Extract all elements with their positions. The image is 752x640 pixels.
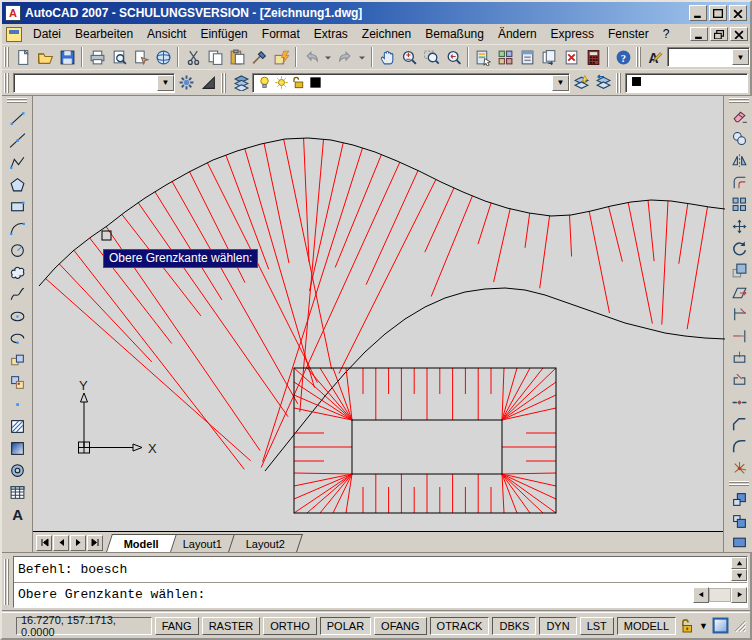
workspace-combo[interactable]: ▼ [13, 73, 175, 93]
cut-button[interactable] [182, 46, 204, 68]
tab-last-button[interactable] [87, 535, 103, 551]
undo-arrow-button[interactable] [322, 46, 334, 68]
redo-arrow-button[interactable] [356, 46, 368, 68]
ellipse-arc-button[interactable] [5, 327, 29, 349]
tab-previous-button[interactable] [53, 535, 69, 551]
drawing-canvas[interactable]: XY Obere Grenzkante wählen: [33, 96, 723, 532]
join-button[interactable] [727, 391, 751, 413]
menu-fenster[interactable]: Fenster [601, 25, 656, 43]
designcenter-button[interactable] [494, 46, 516, 68]
help-button[interactable]: ? [612, 46, 634, 68]
menu-extras[interactable]: Extras [307, 25, 355, 43]
command-window-grip[interactable] [4, 559, 11, 605]
3d-dwf-button[interactable] [152, 46, 174, 68]
command-text-area[interactable]: Befehl: boesch Obere Grenzkante wählen: [13, 556, 748, 608]
menu-express[interactable]: Express [544, 25, 601, 43]
window-minimize-button[interactable] [689, 5, 707, 21]
bring-above-button[interactable] [727, 532, 751, 552]
paste-button[interactable] [226, 46, 248, 68]
revision-cloud-button[interactable] [5, 261, 29, 283]
tab-modell[interactable]: Modell [106, 534, 177, 552]
send-to-back-button[interactable] [727, 510, 751, 532]
color-combo[interactable] [625, 73, 748, 93]
combo-arrow-icon[interactable]: ▼ [732, 49, 749, 65]
toolbar-grip[interactable] [729, 481, 749, 486]
break-at-point-button[interactable] [727, 347, 751, 369]
trim-button[interactable] [727, 303, 751, 325]
resize-grip[interactable] [733, 619, 746, 632]
hatch-button[interactable] [5, 415, 29, 437]
extend-button[interactable] [727, 325, 751, 347]
layer-previous-button[interactable] [592, 72, 614, 94]
make-layer-current-button[interactable] [570, 72, 592, 94]
scroll-right-button[interactable] [731, 587, 747, 603]
properties-button[interactable] [472, 46, 494, 68]
combo-arrow-icon[interactable]: ▼ [552, 75, 569, 91]
zoom-realtime-button[interactable] [398, 46, 420, 68]
new-button[interactable] [12, 46, 34, 68]
menu-zeichnen[interactable]: Zeichnen [355, 25, 418, 43]
window-maximize-button[interactable] [709, 5, 727, 21]
pan-button[interactable] [376, 46, 398, 68]
scroll-down-button[interactable] [731, 569, 747, 581]
sheet-set-manager-button[interactable] [538, 46, 560, 68]
polygon-button[interactable] [5, 173, 29, 195]
point-button[interactable] [5, 393, 29, 415]
break-button[interactable] [727, 369, 751, 391]
layer-combo[interactable]: ▼ [252, 73, 570, 93]
toggle-otrack[interactable]: OTRACK [430, 617, 490, 635]
plot-preview-button[interactable] [108, 46, 130, 68]
menu-format[interactable]: Format [255, 25, 307, 43]
toolbar-grip[interactable] [729, 98, 749, 103]
circle-button[interactable] [5, 239, 29, 261]
scroll-left-button[interactable] [693, 587, 709, 603]
erase-button[interactable] [727, 105, 751, 127]
quickcalc-button[interactable] [582, 46, 604, 68]
toolbar-grip[interactable] [4, 47, 10, 67]
toolbar-grip[interactable] [221, 73, 228, 93]
array-button[interactable] [727, 193, 751, 215]
gradient-button[interactable] [5, 437, 29, 459]
bring-to-front-button[interactable] [727, 488, 751, 510]
toggle-polar[interactable]: POLAR [320, 617, 371, 635]
open-button[interactable] [34, 46, 56, 68]
plot-button[interactable] [86, 46, 108, 68]
copy-button[interactable] [204, 46, 226, 68]
tool-palettes-button[interactable] [516, 46, 538, 68]
match-properties-button[interactable] [248, 46, 270, 68]
toggle-dbks[interactable]: DBKS [492, 617, 536, 635]
explode-button[interactable] [727, 457, 751, 479]
spline-button[interactable] [5, 283, 29, 305]
mirror-button[interactable] [727, 149, 751, 171]
block-editor-button[interactable] [270, 46, 292, 68]
lock-dropdown-arrow[interactable]: ▼ [699, 621, 708, 631]
tab-first-button[interactable] [36, 535, 52, 551]
move-button[interactable] [727, 215, 751, 237]
my-workspace-button[interactable] [197, 72, 219, 94]
document-restore-button[interactable] [710, 27, 728, 41]
multiline-text-button[interactable]: A [5, 503, 29, 525]
undo-button[interactable] [300, 46, 322, 68]
menu-ansicht[interactable]: Ansicht [140, 25, 193, 43]
redo-button[interactable] [334, 46, 356, 68]
region-button[interactable] [5, 459, 29, 481]
toggle-ofang[interactable]: OFANG [374, 617, 427, 635]
toolbar-grip[interactable] [636, 47, 642, 67]
markup-set-manager-button[interactable] [560, 46, 582, 68]
menu-einfgen[interactable]: Einfügen [193, 25, 254, 43]
document-icon[interactable] [6, 27, 22, 42]
workspace-settings-button[interactable] [175, 72, 197, 94]
combo-arrow-icon[interactable]: ▼ [157, 75, 174, 91]
toolbar-lock-icon[interactable] [679, 618, 695, 634]
toggle-ortho[interactable]: ORTHO [263, 617, 317, 635]
save-button[interactable] [56, 46, 78, 68]
make-block-button[interactable] [5, 371, 29, 393]
table-button[interactable] [5, 481, 29, 503]
chamfer-button[interactable] [727, 413, 751, 435]
document-minimize-button[interactable] [690, 27, 708, 41]
scroll-up-button[interactable] [731, 557, 747, 569]
zoom-window-button[interactable] [420, 46, 442, 68]
line-button[interactable] [5, 107, 29, 129]
offset-button[interactable] [727, 171, 751, 193]
toolbar-grip[interactable] [616, 73, 623, 93]
